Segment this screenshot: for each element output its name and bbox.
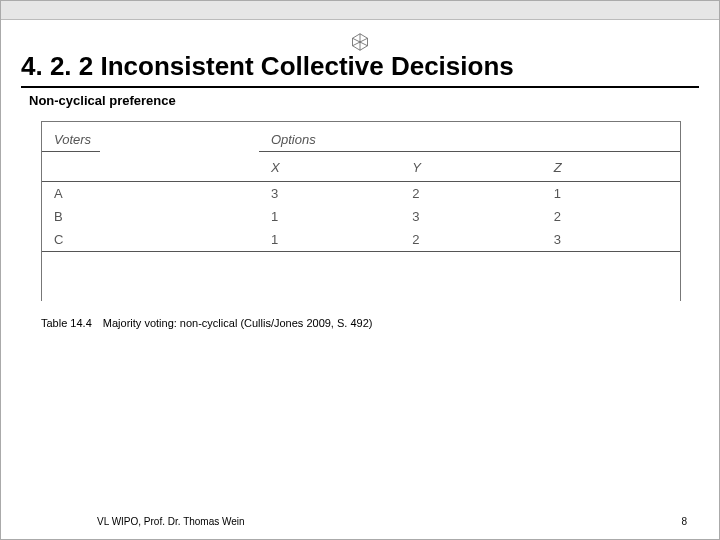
voter-cell: A	[42, 182, 259, 205]
voter-cell: B	[42, 205, 259, 228]
col-options: Options	[271, 132, 316, 147]
option-x: X	[259, 152, 400, 182]
footer-left: VL WIPO, Prof. Dr. Thomas Wein	[97, 516, 245, 527]
value-cell: 2	[542, 205, 680, 228]
value-cell: 1	[259, 228, 400, 251]
voter-cell: C	[42, 228, 259, 251]
footer: VL WIPO, Prof. Dr. Thomas Wein 8	[1, 516, 719, 527]
table-header-row: Voters Options	[42, 122, 680, 151]
caption-label: Table 14.4	[41, 317, 92, 329]
table-row: A 3 2 1	[42, 182, 680, 205]
table-caption: Table 14.4 Majority voting: non-cyclical…	[41, 317, 372, 329]
slide: 4. 2. 2 Inconsistent Collective Decision…	[0, 0, 720, 540]
page-number: 8	[681, 516, 687, 527]
logo-wrap	[1, 33, 719, 51]
options-subheader: X Y Z	[42, 152, 680, 182]
option-y: Y	[400, 152, 541, 182]
slide-heading: 4. 2. 2 Inconsistent Collective Decision…	[21, 51, 699, 88]
value-cell: 2	[400, 228, 541, 251]
preference-table: Voters Options X Y Z A 3 2 1 B	[42, 122, 680, 252]
col-voters: Voters	[54, 132, 91, 147]
value-cell: 2	[400, 182, 541, 205]
table-row: C 1 2 3	[42, 228, 680, 251]
value-cell: 3	[400, 205, 541, 228]
value-cell: 3	[259, 182, 400, 205]
top-bar	[1, 1, 719, 20]
caption-text: Majority voting: non-cyclical (Cullis/Jo…	[103, 317, 373, 329]
value-cell: 1	[259, 205, 400, 228]
cube-logo-icon	[351, 33, 369, 51]
table-container: Voters Options X Y Z A 3 2 1 B	[41, 121, 681, 301]
slide-subtitle: Non-cyclical preference	[29, 93, 176, 108]
value-cell: 1	[542, 182, 680, 205]
value-cell: 3	[542, 228, 680, 251]
table-row: B 1 3 2	[42, 205, 680, 228]
option-z: Z	[542, 152, 680, 182]
